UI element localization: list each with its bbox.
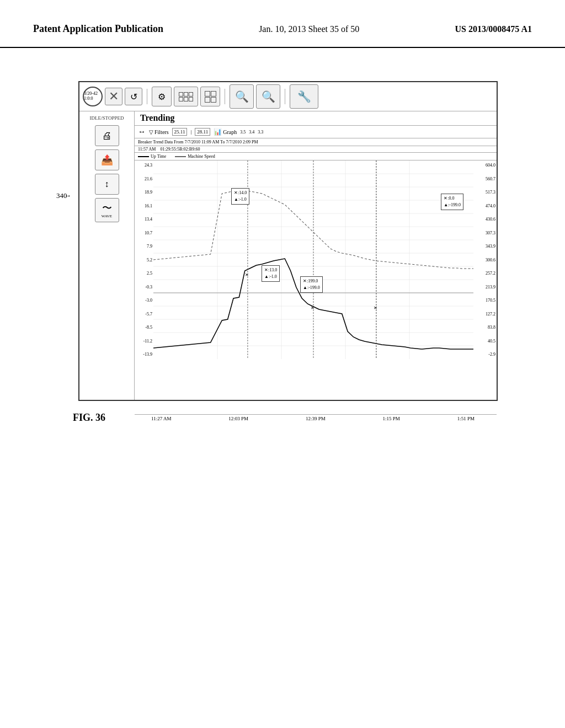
publication-date-sheet: Jan. 10, 2013 Sheet 35 of 50 — [259, 22, 359, 34]
value-box2[interactable]: 28.11 — [195, 128, 210, 136]
tooltip-1: ✕:14.0 ▲:-1.0 — [231, 188, 249, 205]
legend-uptime-color — [138, 156, 149, 157]
left-axis: 24.3 21.6 18.9 16.1 13.4 10.7 7.9 5.2 2.… — [135, 160, 152, 359]
publication-number: US 2013/0008475 A1 — [455, 22, 532, 34]
top-toolbar: 3/20-42 1:0:0 ✕ ↺ ⚙ — [79, 82, 497, 111]
figure-container: 340 → 3/20-42 1:0:0 ✕ ↺ — [56, 81, 509, 424]
separator-pipe: | — [190, 129, 191, 135]
num-label2: 3.4 — [249, 130, 254, 135]
num-label1: 3.5 — [240, 130, 246, 135]
separator3 — [285, 89, 285, 104]
legend-uptime: Up Time — [138, 154, 166, 159]
legend-machine-speed: Machine Speed — [175, 154, 215, 159]
filters-label: ▽ Filters — [149, 129, 169, 135]
settings-icon[interactable]: ⚙ — [152, 87, 172, 106]
publication-title: Patent Application Publication — [33, 22, 163, 36]
graph-label: 📊 Graph — [214, 128, 237, 136]
page-header: Patent Application Publication Jan. 10, … — [0, 0, 565, 48]
grid-icon-group[interactable] — [174, 87, 198, 106]
circle-icon[interactable]: 3/20-42 1:0:0 — [83, 87, 103, 106]
breaker-info-row: Breaker Trend Data From 7/7/2010 11:09 A… — [135, 138, 497, 146]
sidebar-export-icon[interactable]: 📤 — [95, 149, 119, 170]
breaker-id-row: 11:57 AM 01:29:55:5B:02:B9:60 — [135, 146, 497, 153]
tooltip-2: ✕:13.0 ▲:-1.0 — [262, 265, 280, 282]
legend-speed-color — [175, 156, 186, 157]
screenshot-box: 3/20-42 1:0:0 ✕ ↺ ⚙ — [78, 81, 498, 401]
legend-row: Up Time Machine Speed — [135, 153, 497, 160]
chart-area: 24.3 21.6 18.9 16.1 13.4 10.7 7.9 5.2 2.… — [135, 160, 497, 414]
sub-toolbar: ↔ ▽ Filters 25.11 | 28.11 📊 Graph — [135, 126, 497, 138]
zoom-icon1[interactable]: 🔍 — [230, 84, 254, 109]
svg-text:✕: ✕ — [311, 306, 315, 311]
svg-text:✕: ✕ — [245, 272, 249, 277]
value-box1[interactable]: 25.11 — [172, 128, 188, 136]
tooltip-3: ✕:199.0 ▲:-199.0 — [300, 276, 323, 293]
graph-icon: 📊 — [214, 128, 222, 136]
separator — [147, 89, 147, 104]
dual-grid-icon[interactable] — [200, 87, 220, 106]
trending-title: Trending — [135, 111, 497, 126]
separator2 — [225, 89, 225, 104]
zoom-icon2[interactable]: 🔍 — [256, 84, 280, 109]
filter-triangle-icon: ▽ — [149, 129, 153, 135]
sidebar-save-icon[interactable]: 🖨 — [95, 125, 119, 146]
right-axis: 604.0 560.7 517.3 474.0 430.6 307.3 343.… — [475, 160, 495, 359]
chart-svg: ✕ ✕ ✕ — [153, 160, 473, 359]
left-sidebar: IDLE/STOPPED 🖨 📤 ↕ 〜 WAVE — [79, 111, 135, 400]
time-axis: 11:27 AM 12:03 PM 12:39 PM 1:15 PM 1:51 … — [135, 414, 497, 422]
num-label3: 3.3 — [258, 130, 263, 135]
tooltip-4: ✕:0.0 ▲:-199.0 — [441, 194, 463, 210]
wrench-icon[interactable]: 🔧 — [290, 84, 318, 109]
svg-text:✕: ✕ — [374, 306, 377, 311]
sidebar-move-icon[interactable]: ↕ — [95, 174, 119, 195]
status-label: IDLE/STOPPED — [89, 114, 125, 122]
content-area: Trending ↔ ▽ Filters 25.11 | 28.11 — [135, 111, 497, 400]
close-icon[interactable]: ✕ — [105, 88, 122, 105]
reference-arrow: → — [64, 191, 71, 200]
sidebar-signal-icon[interactable]: 〜 WAVE — [95, 198, 119, 222]
main-content: 340 → 3/20-42 1:0:0 ✕ ↺ — [0, 48, 565, 446]
refresh-icon[interactable]: ↺ — [125, 88, 142, 105]
move-arrows-icon[interactable]: ↔ — [138, 127, 146, 136]
